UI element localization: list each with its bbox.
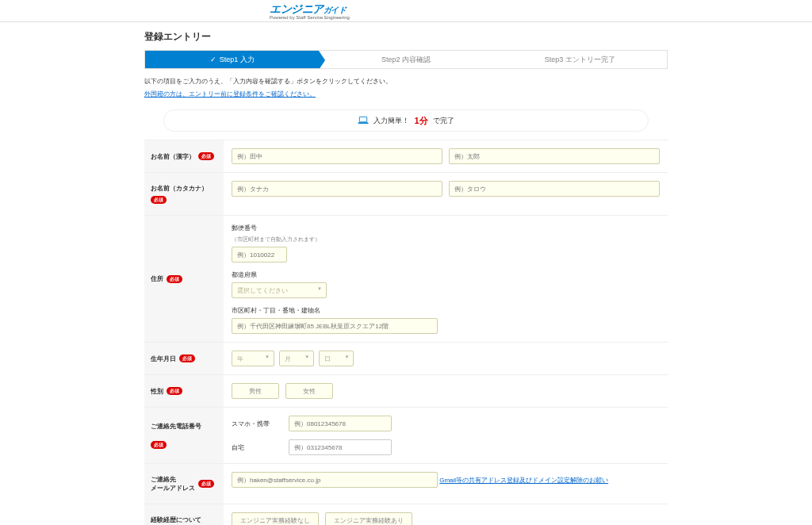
step-1: ✓ Step1 入力 [145, 51, 319, 68]
time-banner: 入力簡単！ 1分 で完了 [163, 109, 649, 132]
label-name-kana: お名前（カタカナ）必須 [144, 173, 224, 215]
topbar: エンジニアガイド Powered by Staff Service Engine… [0, 0, 812, 22]
step-1-label: Step1 入力 [220, 55, 255, 65]
birth-day-select[interactable]: 日 [319, 351, 354, 366]
page-title: 登録エントリー [144, 22, 668, 50]
email-domain-link[interactable]: Gmail等の共有アドレス登録及びドメイン設定解除のお願い [439, 476, 608, 485]
entry-form: お名前（漢字）必須 お名前（カタカナ）必須 住所必須 郵便番号 [144, 140, 668, 525]
mobile-phone-input[interactable] [289, 416, 392, 431]
label-phone: ご連絡先電話番号必須 [144, 408, 224, 463]
required-badge: 必須 [198, 480, 214, 488]
addr-label: 市区町村・丁目・番地・建物名 [232, 306, 660, 315]
label-birth: 生年月日必須 [144, 343, 224, 374]
check-icon: ✓ [210, 56, 216, 63]
required-badge: 必須 [167, 275, 182, 283]
prefecture-select[interactable]: 選択してください [232, 282, 327, 298]
banner-highlight: 1分 [414, 115, 427, 127]
required-badge: 必須 [198, 152, 214, 160]
landline-label: 自宅 [232, 443, 279, 452]
svg-rect-1 [358, 122, 369, 124]
gender-female-button[interactable]: 女性 [285, 383, 333, 399]
experience-no-button[interactable]: エンジニア実務経験なし [232, 512, 319, 525]
logo[interactable]: エンジニアガイド Powered by Staff Service Engine… [270, 2, 350, 20]
progress-steps: ✓ Step1 入力 Step2 内容確認 Step3 エントリー完了 [144, 50, 668, 69]
page-container: 登録エントリー ✓ Step1 入力 Step2 内容確認 Step3 エントリ… [144, 22, 668, 525]
logo-sub: ガイド [324, 5, 347, 16]
label-gender: 性別必須 [144, 375, 224, 407]
step-2-label: Step2 内容確認 [381, 55, 431, 65]
step-3-label: Step3 エントリー完了 [545, 55, 615, 65]
address-detail-input[interactable] [232, 318, 438, 334]
label-email: ご連絡先メールアドレス必須 [144, 464, 224, 504]
banner-text-1: 入力簡単！ [373, 116, 409, 126]
foreign-national-link[interactable]: 外国籍の方は、エントリー前に登録条件をご確認ください。 [144, 90, 316, 98]
given-kanji-input[interactable] [449, 148, 660, 164]
gender-male-button[interactable]: 男性 [232, 383, 279, 399]
logo-main: エンジニア [270, 2, 324, 17]
surname-kanji-input[interactable] [232, 148, 442, 164]
given-kana-input[interactable] [449, 181, 660, 197]
required-badge: 必須 [179, 354, 195, 362]
experience-yes-button[interactable]: エンジニア実務経験あり [325, 512, 412, 525]
email-input[interactable] [232, 472, 438, 488]
label-experience: 経験経歴について必須 [144, 504, 224, 525]
birth-month-select[interactable]: 月 [279, 351, 314, 366]
required-badge: 必須 [167, 387, 182, 395]
required-badge: 必須 [151, 196, 167, 204]
zip-label: 郵便番号 [232, 224, 660, 232]
required-badge: 必須 [151, 441, 167, 449]
birth-year-select[interactable]: 年 [232, 351, 274, 366]
label-address: 住所必須 [144, 216, 224, 342]
surname-kana-input[interactable] [232, 181, 442, 197]
intro-text: 以下の項目をご入力のうえ、「入力内容を確認する」ボタンをクリックしてください。 [144, 69, 668, 89]
svg-rect-0 [360, 117, 367, 121]
step-2: Step2 内容確認 [319, 51, 492, 68]
logo-tagline: Powered by Staff Service Engineering [270, 15, 350, 20]
laptop-icon [358, 116, 369, 125]
zip-note: （市区町村まで自動入力されます） [232, 236, 660, 243]
pref-label: 都道府県 [232, 270, 660, 279]
zip-input[interactable] [232, 247, 287, 262]
banner-text-2: で完了 [433, 116, 454, 126]
mobile-label: スマホ・携帯 [232, 420, 279, 428]
landline-phone-input[interactable] [289, 439, 392, 455]
step-3: Step3 エントリー完了 [493, 51, 667, 68]
label-name-kanji: お名前（漢字）必須 [144, 140, 224, 172]
